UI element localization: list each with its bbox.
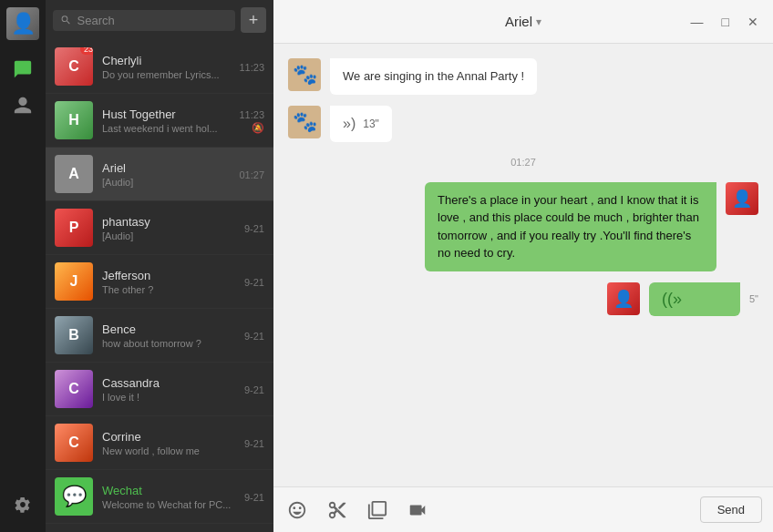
msg-avatar: 👤 [607, 282, 640, 315]
contact-time: 11:23 [239, 109, 264, 120]
mute-icon: 🔕 [252, 122, 264, 134]
contact-list: C 23 Cherlyli Do you remember Lyrics... … [46, 40, 273, 532]
close-button[interactable]: ✕ [744, 13, 762, 31]
contact-time: 9-21 [244, 331, 264, 342]
contact-item-corrine[interactable]: C Corrine New world , follow me 9-21 [46, 416, 273, 470]
sidebar-chat-icon[interactable] [6, 53, 39, 86]
emoji-button[interactable] [284, 497, 310, 523]
search-icon [60, 14, 72, 26]
audio-duration-label: 5" [749, 293, 758, 304]
contact-item-phantasy[interactable]: P phantasy [Audio] 9-21 [46, 201, 273, 255]
audio-duration: 13" [363, 116, 379, 132]
search-input-wrap[interactable] [53, 10, 235, 31]
screen-capture-button[interactable] [365, 497, 390, 523]
contact-preview: Last weekend i went hol... [102, 123, 230, 134]
contact-preview: I love it ! [102, 392, 235, 403]
msg-row-msg4: 5"((»👤 [288, 282, 758, 316]
msg-row-ts1: 01:27 [288, 157, 758, 168]
window-controls: — □ ✕ [687, 13, 762, 31]
contact-info: Jefferson The other ? [102, 269, 235, 295]
contact-time: 11:23 [239, 62, 264, 73]
search-bar: + [46, 0, 273, 40]
contact-avatar: B [55, 316, 93, 354]
chevron-down-icon[interactable]: ▾ [536, 15, 541, 28]
contact-preview: New world , follow me [102, 445, 235, 456]
contact-avatar: A [55, 155, 93, 193]
chat-contact-name: Ariel [505, 14, 532, 29]
outgoing-audio-bubble[interactable]: ((» [649, 282, 740, 316]
message-bubble: There's a place in your heart , and I kn… [425, 182, 716, 271]
audio-wave-icon: ((» [662, 290, 682, 309]
sidebar-settings-icon[interactable] [6, 488, 39, 521]
contact-preview: Do you remember Lyrics... [102, 69, 230, 80]
contact-name: Cassandra [102, 376, 235, 390]
contact-info: phantasy [Audio] [102, 215, 235, 241]
contact-avatar: P [55, 209, 93, 247]
contact-time: 9-21 [244, 492, 264, 503]
contact-avatar: H [55, 101, 93, 139]
chat-title: Ariel ▾ [505, 14, 541, 29]
contact-name: Jefferson [102, 269, 235, 282]
send-button[interactable]: Send [700, 496, 762, 523]
contact-preview: [Audio] [102, 230, 235, 241]
contact-name: Wechat [102, 484, 235, 497]
contact-preview: Welcome to Wechat for PC... [102, 499, 235, 510]
msg-avatar: 🐾 [288, 58, 321, 91]
contact-preview: how about tomorrow ? [102, 338, 235, 349]
add-contact-button[interactable]: + [241, 7, 266, 33]
msg-avatar: 👤 [726, 182, 758, 215]
chat-panel: Ariel ▾ — □ ✕ 🐾We are singing in the Ann… [273, 0, 773, 532]
contact-item-jefferson[interactable]: J Jefferson The other ? 9-21 [46, 255, 273, 309]
message-bubble: We are singing in the Annal Party ! [330, 58, 537, 95]
contact-item-cassandra[interactable]: C Cassandra I love it ! 9-21 [46, 363, 273, 416]
contact-info: Bence how about tomorrow ? [102, 322, 235, 349]
contact-avatar: 💬 [55, 477, 93, 516]
msg-row-msg2: 🐾»)13" [288, 106, 758, 142]
contact-info: Wechat Welcome to Wechat for PC... [102, 484, 235, 510]
badge: 23 [80, 47, 93, 55]
contact-preview: The other ? [102, 284, 235, 295]
contact-name: Corrine [102, 430, 235, 444]
search-input[interactable] [77, 14, 228, 27]
msg-row-msg3: 👤There's a place in your heart , and I k… [288, 182, 758, 271]
contact-name: Cherlyli [102, 54, 230, 67]
contact-name: phantasy [102, 215, 235, 229]
contact-item-ariel[interactable]: A Ariel [Audio] 01:27 [46, 148, 273, 201]
contact-name: Bence [102, 322, 235, 336]
contact-time: 01:27 [239, 169, 264, 180]
minimize-button[interactable]: — [687, 13, 707, 31]
scissor-button[interactable] [325, 497, 350, 523]
sidebar-icon-strip: 👤 [0, 0, 46, 532]
contact-time: 9-21 [244, 277, 264, 288]
contact-name: Ariel [102, 161, 230, 175]
sidebar-contacts-icon[interactable] [6, 89, 39, 122]
contact-avatar: C [55, 370, 93, 408]
contact-avatar: C [55, 424, 93, 462]
chat-toolbar: Send [273, 486, 773, 532]
user-avatar[interactable]: 👤 [6, 7, 39, 40]
contact-time: 9-21 [244, 223, 264, 234]
contact-avatar: J [55, 262, 93, 301]
video-button[interactable] [405, 497, 430, 523]
msg-avatar: 🐾 [288, 106, 321, 138]
contact-panel: + C 23 Cherlyli Do you remember Lyrics..… [46, 0, 273, 532]
contact-info: Hust Together Last weekend i went hol... [102, 107, 230, 134]
contact-item-hust[interactable]: H Hust Together Last weekend i went hol.… [46, 94, 273, 148]
contact-time: 9-21 [244, 384, 264, 395]
contact-item-cherlyli[interactable]: C 23 Cherlyli Do you remember Lyrics... … [46, 40, 273, 94]
contact-avatar: C 23 [55, 47, 93, 86]
contact-time: 9-21 [244, 438, 264, 449]
contact-name: Hust Together [102, 107, 230, 121]
contact-item-bence[interactable]: B Bence how about tomorrow ? 9-21 [46, 309, 273, 363]
audio-bubble[interactable]: »)13" [330, 106, 392, 142]
contact-info: Ariel [Audio] [102, 161, 230, 188]
msg-row-msg1: 🐾We are singing in the Annal Party ! [288, 58, 758, 95]
contact-info: Cherlyli Do you remember Lyrics... [102, 54, 230, 80]
maximize-button[interactable]: □ [718, 13, 733, 31]
audio-wave-icon: ») [343, 113, 356, 135]
contact-info: Corrine New world , follow me [102, 430, 235, 456]
contact-preview: [Audio] [102, 177, 230, 188]
contact-item-wechat[interactable]: 💬 Wechat Welcome to Wechat for PC... 9-2… [46, 470, 273, 524]
chat-header: Ariel ▾ — □ ✕ [273, 0, 773, 44]
contact-info: Cassandra I love it ! [102, 376, 235, 403]
